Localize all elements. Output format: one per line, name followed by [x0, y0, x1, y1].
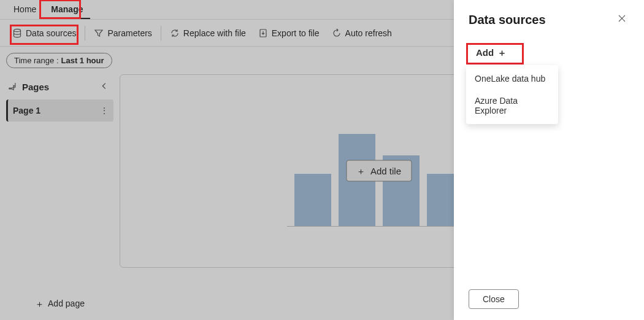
pages-title: Pages [9, 82, 49, 92]
parameters-button[interactable]: Parameters [88, 25, 158, 42]
menu-onelake[interactable]: OneLake data hub [466, 68, 558, 90]
pages-sidebar: Pages Page 1 ⋮ ＋ Add page [6, 74, 113, 314]
data-sources-panel: Data sources Add ＋ OneLake data hub Azur… [454, 0, 644, 320]
replace-label: Replace with file [183, 28, 246, 38]
export-label: Export to file [272, 28, 320, 38]
tab-home[interactable]: Home [6, 1, 44, 19]
pin-icon [9, 82, 18, 92]
database-icon [12, 28, 22, 38]
add-data-source-menu: OneLake data hub Azure Data Explorer [466, 65, 558, 124]
chart-placeholder: ＋ Add tile [287, 116, 471, 227]
collapse-sidebar-button[interactable] [98, 79, 111, 95]
panel-title: Data sources [469, 13, 546, 27]
auto-refresh-button[interactable]: Auto refresh [326, 25, 398, 42]
auto-refresh-label: Auto refresh [345, 28, 392, 38]
close-button[interactable]: Close [469, 289, 519, 309]
page-item-label: Page 1 [13, 106, 40, 115]
svg-point-0 [14, 29, 21, 31]
plus-icon: ＋ [497, 48, 507, 57]
pages-title-text: Pages [22, 82, 49, 92]
filter-icon [94, 28, 104, 38]
more-icon[interactable]: ⋮ [100, 106, 109, 115]
time-range-pill[interactable]: Time range : Last 1 hour [6, 53, 112, 68]
refresh-icon [332, 28, 342, 38]
data-sources-label: Data sources [26, 28, 76, 38]
add-tile-button[interactable]: ＋ Add tile [346, 160, 412, 182]
data-sources-button[interactable]: Data sources [6, 25, 82, 42]
plus-icon: ＋ [35, 299, 44, 308]
pages-header: Pages [6, 74, 113, 100]
parameters-label: Parameters [107, 28, 151, 38]
replace-button[interactable]: Replace with file [164, 25, 252, 42]
tab-manage[interactable]: Manage [44, 1, 90, 19]
add-tile-label: Add tile [370, 166, 401, 176]
menu-azure-data-explorer[interactable]: Azure Data Explorer [466, 90, 558, 122]
placeholder-bar [294, 174, 331, 226]
plus-icon: ＋ [356, 166, 366, 176]
close-panel-button[interactable] [615, 11, 629, 29]
divider [161, 26, 161, 41]
chevron-left-icon [100, 82, 109, 90]
export-button[interactable]: Export to file [252, 25, 326, 42]
time-range-value: Last 1 hour [61, 56, 104, 65]
add-page-button[interactable]: ＋ Add page [6, 292, 113, 314]
replace-icon [170, 28, 180, 38]
export-icon [258, 28, 268, 38]
page-item[interactable]: Page 1 ⋮ [6, 100, 113, 122]
divider [85, 26, 85, 41]
add-page-label: Add page [48, 299, 85, 308]
time-range-label: Time range : [14, 56, 59, 65]
add-data-source-button[interactable]: Add ＋ [469, 44, 629, 61]
add-label: Add [476, 47, 494, 58]
close-icon [617, 14, 627, 23]
panel-header: Data sources [469, 11, 629, 29]
